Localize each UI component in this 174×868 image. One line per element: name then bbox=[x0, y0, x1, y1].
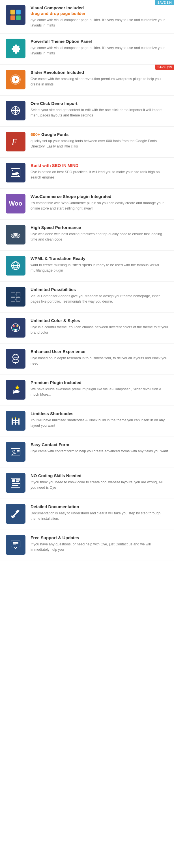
feature-desc-demo-import: Select your site and get content to edit… bbox=[30, 107, 168, 118]
svg-marker-47 bbox=[15, 417, 16, 418]
feature-item-woocommerce: Woo WooCommerce Shope plugin IntegratedI… bbox=[0, 189, 174, 220]
svg-point-52 bbox=[13, 450, 15, 452]
feature-title-visual-composer: Visual Composer Includeddrag and drop pa… bbox=[30, 5, 168, 16]
feature-title-demo-import: One Click Demo Import bbox=[30, 101, 168, 106]
save-badge-visual-composer: SAVE $34 bbox=[155, 0, 174, 5]
svg-rect-11 bbox=[12, 170, 13, 171]
feature-item-support: Free Support & UpdatesIf you have any qu… bbox=[0, 530, 174, 561]
save-badge-slider-revolution: SAVE $19 bbox=[155, 65, 174, 70]
text-content-premium-plugin: Premium Plugin IncludedWe have iclude aw… bbox=[30, 380, 168, 397]
feature-title-documentation: Detailed Documentation bbox=[30, 504, 168, 509]
icon-box-no-coding bbox=[6, 473, 25, 493]
text-content-ux: Enhanced User ExperienceOye based on in … bbox=[30, 349, 168, 366]
feature-desc-possibilities: Visual Composer Addons give you freedom … bbox=[30, 293, 168, 304]
feature-title-colors: Unlimited Color & Styles bbox=[30, 318, 168, 323]
text-content-slider-revolution: Slider Revolution IncludedOye come with … bbox=[30, 70, 168, 87]
feature-item-speed: High Speed PerformanceOye was done with … bbox=[0, 220, 174, 251]
feature-title-premium-plugin: Premium Plugin Included bbox=[30, 380, 168, 385]
svg-rect-45 bbox=[18, 418, 20, 425]
icon-box-shortcodes bbox=[6, 411, 25, 431]
feature-item-premium-plugin: Premium Plugin IncludedWe have iclude aw… bbox=[0, 375, 174, 406]
icon-box-support bbox=[6, 535, 25, 555]
text-content-contact-form: Easy Contact FormOye came with contact f… bbox=[30, 442, 168, 454]
text-content-wpml: WPML & Translation Readywant to create m… bbox=[30, 256, 168, 273]
feature-item-demo-import: One Click Demo ImportSelect your site an… bbox=[0, 96, 174, 127]
text-content-seo: Build with SEO IN MINDOye is based on be… bbox=[30, 163, 168, 180]
icon-box-premium-plugin bbox=[6, 380, 25, 400]
feature-desc-ux: Oye based on in depth research in to bus… bbox=[30, 355, 168, 366]
svg-rect-61 bbox=[12, 485, 18, 486]
svg-rect-0 bbox=[10, 10, 15, 14]
text-content-possibilities: Unlimited PossibilitiesVisual Composer A… bbox=[30, 287, 168, 304]
feature-desc-documentation: Documentation is easy to understand and … bbox=[30, 511, 168, 521]
feature-title-wpml: WPML & Translation Ready bbox=[30, 256, 168, 261]
text-content-visual-composer: Visual Composer Includeddrag and drop pa… bbox=[30, 5, 168, 28]
feature-title-woocommerce: WooCommerce Shope plugin Integrated bbox=[30, 194, 168, 199]
svg-rect-60 bbox=[12, 483, 20, 484]
text-content-no-coding: NO Coding Skills NeededIf you think you … bbox=[30, 473, 168, 490]
feature-item-visual-composer: SAVE $34 Visual Composer Includeddrag an… bbox=[0, 0, 174, 34]
feature-item-shortcodes: Limitless ShortcodesYou will have unlimi… bbox=[0, 406, 174, 437]
feature-item-wpml: WPML & Translation Readywant to create m… bbox=[0, 251, 174, 282]
feature-desc-support: If you have any questions, or need help … bbox=[30, 542, 168, 553]
feature-desc-google-fonts: quickly set up your amazing fonts betwee… bbox=[30, 138, 168, 149]
feature-desc-no-coding: If you think you need to know code to cr… bbox=[30, 480, 168, 490]
feature-title-ux: Enhanced User Experience bbox=[30, 349, 168, 354]
text-content-demo-import: One Click Demo ImportSelect your site an… bbox=[30, 101, 168, 118]
feature-desc-seo: Oye is based on best SEO practices, it w… bbox=[30, 169, 168, 180]
svg-marker-48 bbox=[18, 417, 20, 418]
feature-desc-speed: Oye was done with best coding practices … bbox=[30, 231, 168, 242]
icon-box-demo-import bbox=[6, 101, 25, 120]
feature-desc-visual-composer: oye come with visual composer page build… bbox=[30, 18, 168, 28]
feature-item-theme-option: Powerfull Theme Option Paneloye come wit… bbox=[0, 34, 174, 65]
icon-box-colors bbox=[6, 318, 25, 338]
feature-item-ux: Enhanced User ExperienceOye based on in … bbox=[0, 344, 174, 375]
text-content-theme-option: Powerfull Theme Option Paneloye come wit… bbox=[30, 39, 168, 56]
svg-rect-49 bbox=[11, 420, 20, 421]
feature-highlight-seo: Build with SEO IN MIND bbox=[30, 163, 78, 168]
feature-item-possibilities: Unlimited PossibilitiesVisual Composer A… bbox=[0, 282, 174, 313]
svg-point-34 bbox=[13, 325, 15, 327]
svg-rect-28 bbox=[16, 297, 20, 301]
feature-title-no-coding: NO Coding Skills Needed bbox=[30, 473, 168, 478]
feature-item-colors: Unlimited Color & StylesOye is a colorfu… bbox=[0, 313, 174, 344]
svg-text:F: F bbox=[11, 137, 17, 147]
icon-box-visual-composer bbox=[6, 5, 25, 25]
feature-item-contact-form: Easy Contact FormOye came with contact f… bbox=[0, 437, 174, 468]
feature-desc-woocommerce: It's compatible with WooCommerce plugin … bbox=[30, 200, 168, 211]
icon-box-possibilities bbox=[6, 287, 25, 307]
features-list: SAVE $34 Visual Composer Includeddrag an… bbox=[0, 0, 174, 561]
text-content-documentation: Detailed DocumentationDocumentation is e… bbox=[30, 504, 168, 521]
icon-box-contact-form bbox=[6, 442, 25, 462]
svg-rect-44 bbox=[15, 418, 16, 425]
feature-highlight-fonts: 600+ bbox=[30, 132, 40, 137]
svg-rect-58 bbox=[16, 479, 20, 480]
feature-desc-contact-form: Oye came with contact form to help you c… bbox=[30, 449, 168, 454]
feature-item-seo: Build with SEO IN MINDOye is based on be… bbox=[0, 158, 174, 189]
feature-desc-wpml: want to create multilingual site?Experts… bbox=[30, 262, 168, 273]
icon-box-google-fonts: F bbox=[6, 132, 25, 151]
text-content-support: Free Support & UpdatesIf you have any qu… bbox=[30, 535, 168, 553]
svg-point-38 bbox=[15, 329, 17, 331]
svg-rect-2 bbox=[10, 16, 15, 20]
icon-box-speed bbox=[6, 225, 25, 245]
svg-rect-57 bbox=[12, 479, 15, 482]
feature-subtitle-vc: drag and drop page builder bbox=[30, 11, 85, 16]
svg-rect-1 bbox=[16, 10, 21, 14]
svg-point-39 bbox=[13, 354, 18, 360]
feature-item-google-fonts: F 600+ Google Fontsquickly set up your a… bbox=[0, 127, 174, 158]
feature-title-speed: High Speed Performance bbox=[30, 225, 168, 230]
feature-desc-slider-revolution: Oye come with the amazing slider revolut… bbox=[30, 76, 168, 87]
icon-box-slider-revolution bbox=[6, 70, 25, 89]
svg-rect-59 bbox=[16, 481, 19, 482]
svg-marker-46 bbox=[11, 417, 13, 418]
feature-title-slider-revolution: Slider Revolution Included bbox=[30, 70, 168, 75]
text-content-woocommerce: WooCommerce Shope plugin IntegratedIt's … bbox=[30, 194, 168, 211]
icon-box-wpml bbox=[6, 256, 25, 276]
text-content-google-fonts: 600+ Google Fontsquickly set up your ama… bbox=[30, 132, 168, 149]
text-content-speed: High Speed PerformanceOye was done with … bbox=[30, 225, 168, 242]
svg-rect-3 bbox=[16, 16, 21, 20]
feature-title-support: Free Support & Updates bbox=[30, 535, 168, 540]
feature-title-google-fonts: 600+ Google Fonts bbox=[30, 132, 168, 137]
feature-item-no-coding: NO Coding Skills NeededIf you think you … bbox=[0, 468, 174, 499]
